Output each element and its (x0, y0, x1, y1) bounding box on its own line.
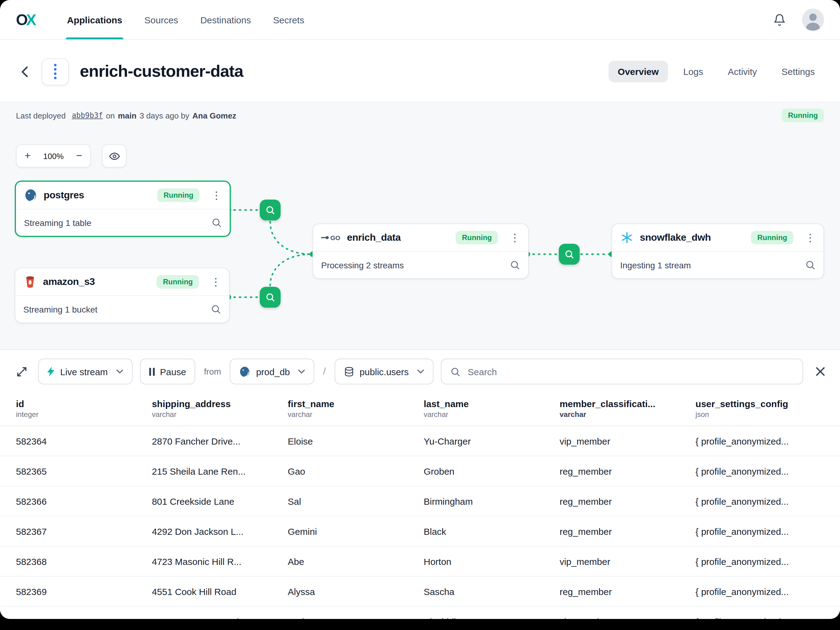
tab-activity[interactable]: Activity (719, 61, 766, 82)
table-row[interactable]: 5823674292 Don Jackson L...GeminiBlackre… (0, 516, 840, 546)
table-row[interactable]: 582370102 Hope Street Garl...JovkaKlavhi… (0, 607, 840, 619)
nav-item-applications[interactable]: Applications (67, 0, 122, 39)
processor-go-icon: GO (321, 231, 341, 245)
detail-tabs: Overview Logs Activity Settings (608, 61, 824, 82)
stream-mode-label: Live stream (60, 366, 108, 377)
table-cell: 582370 (12, 616, 148, 619)
table-cell: Sascha (420, 586, 556, 597)
from-label: from (203, 366, 222, 376)
table-cell: Birmingham (420, 496, 556, 506)
column-header: last_namevarchar (420, 393, 556, 426)
connection-inspect-button[interactable] (559, 244, 579, 265)
table-cell: 582366 (12, 496, 148, 506)
node-header: snowflake_dwh Running ⋮ (612, 224, 823, 251)
node-detail: Streaming 1 table (24, 218, 91, 227)
avatar[interactable] (802, 9, 824, 31)
inspector-toolbar: Live stream Pause from prod_db / publ (0, 350, 840, 393)
app-icon[interactable] (42, 58, 69, 85)
table-cell: 582364 (12, 436, 148, 446)
pause-button[interactable]: Pause (140, 358, 195, 384)
table-row[interactable]: 582365215 Sheila Lane Ren...GaoGrobenreg… (0, 456, 840, 486)
expand-panel-icon[interactable] (12, 362, 31, 381)
table-cell: Gao (284, 466, 420, 476)
kebab-menu-icon[interactable]: ⋮ (510, 232, 520, 243)
node-amazon-s3[interactable]: amazon_s3 Running ⋮ Streaming 1 bucket (15, 268, 230, 323)
deploy-prefix: Last deployed (16, 111, 66, 120)
notifications-bell-icon[interactable] (769, 9, 789, 30)
nav-item-sources[interactable]: Sources (144, 0, 178, 39)
deploy-on-word: on (106, 111, 115, 120)
kebab-menu-icon[interactable]: ⋮ (211, 190, 222, 201)
table-cell: reg_member (556, 466, 692, 476)
table-cell: 4551 Cook Hill Road (148, 586, 284, 597)
nav-item-destinations[interactable]: Destinations (200, 0, 251, 39)
table-cell: { profile_anonymized... (692, 496, 828, 506)
table-row[interactable]: 5823694551 Cook Hill RoadAlyssaSaschareg… (0, 576, 840, 607)
kebab-menu-icon[interactable]: ⋮ (211, 276, 221, 287)
zoom-out-button[interactable]: − (68, 145, 90, 167)
pipeline-status-badge: Running (782, 109, 824, 122)
zoom-level: 100% (39, 152, 68, 161)
table-cell: reg_member (556, 496, 692, 506)
connection-inspect-button[interactable] (260, 200, 281, 220)
close-panel-icon[interactable] (815, 366, 825, 376)
table-cell: { profile_anonymized... (692, 556, 828, 567)
table-cell: { profile_anonymized... (692, 466, 828, 476)
node-header: amazon_s3 Running ⋮ (15, 268, 229, 295)
table-cell: Sal (284, 496, 420, 506)
table-row[interactable]: 5823642870 Fancher Drive...EloiseYu-Char… (0, 426, 840, 456)
table-cell: Klavhidja (420, 616, 556, 619)
node-snowflake-dwh[interactable]: snowflake_dwh Running ⋮ Ingesting 1 stre… (611, 224, 824, 279)
tab-overview[interactable]: Overview (608, 61, 668, 82)
table-cell: Horton (420, 556, 556, 567)
nav-item-secrets[interactable]: Secrets (273, 0, 304, 39)
table-cell: 2870 Fancher Drive... (148, 436, 284, 446)
commit-link[interactable]: abb9b3f (72, 111, 103, 120)
brand-logo[interactable]: OX (16, 11, 35, 28)
table-cell: vip_member (556, 436, 692, 446)
node-detail: Processing 2 streams (321, 260, 404, 270)
column-header: shipping_addressvarchar (148, 393, 284, 426)
table-cell: 215 Sheila Lane Ren... (148, 466, 284, 476)
lightning-icon (47, 366, 55, 376)
source-db-select[interactable]: prod_db (230, 358, 314, 384)
logo-letter-accent: X (26, 11, 35, 28)
table-cell: Jovka (284, 616, 420, 619)
inspect-stream-icon[interactable] (211, 304, 221, 314)
table-cell: 582367 (12, 526, 148, 536)
chevron-down-icon (116, 369, 123, 374)
path-separator: / (322, 366, 327, 377)
zoom-controls: + 100% − (16, 144, 91, 167)
tab-settings[interactable]: Settings (772, 61, 824, 82)
connection-inspect-button[interactable] (260, 287, 281, 308)
visibility-toggle-button[interactable] (102, 144, 126, 167)
pause-icon (149, 368, 155, 376)
back-button[interactable] (16, 63, 33, 80)
kebab-menu-icon[interactable]: ⋮ (805, 232, 815, 243)
pipeline-canvas[interactable]: + 100% − postgres Running ⋮ Streaming 1 … (0, 128, 840, 349)
node-enrich-data[interactable]: GO enrich_data Running ⋮ Processing 2 st… (313, 224, 529, 279)
svg-text:GO: GO (330, 234, 340, 241)
search-icon (450, 366, 460, 377)
inspect-stream-icon[interactable] (211, 217, 222, 228)
tab-logs[interactable]: Logs (674, 61, 712, 82)
node-header: GO enrich_data Running ⋮ (313, 224, 528, 251)
table-row[interactable]: 5823684723 Masonic Hill R...AbeHortonvip… (0, 546, 840, 576)
table-cell: vip_member (556, 616, 692, 619)
search-box (441, 358, 803, 384)
deploy-author: Ana Gomez (193, 111, 237, 120)
deploy-suffix: 3 days ago by (140, 111, 189, 120)
inspect-stream-icon[interactable] (805, 260, 815, 270)
node-title: enrich_data (347, 232, 401, 243)
zoom-in-button[interactable]: + (17, 145, 39, 167)
source-table-select[interactable]: public.users (334, 358, 433, 384)
stream-mode-select[interactable]: Live stream (38, 358, 132, 384)
inspect-stream-icon[interactable] (510, 260, 520, 270)
column-header: user_settings_configjson (692, 393, 828, 426)
search-input[interactable] (466, 366, 794, 377)
table-cell: 801 Creekside Lane (148, 496, 284, 506)
table-row[interactable]: 582366801 Creekside LaneSalBirminghamreg… (0, 486, 840, 516)
table-cell: 582368 (12, 556, 148, 567)
node-status-badge: Running (157, 275, 199, 289)
node-postgres[interactable]: postgres Running ⋮ Streaming 1 table (15, 180, 231, 237)
